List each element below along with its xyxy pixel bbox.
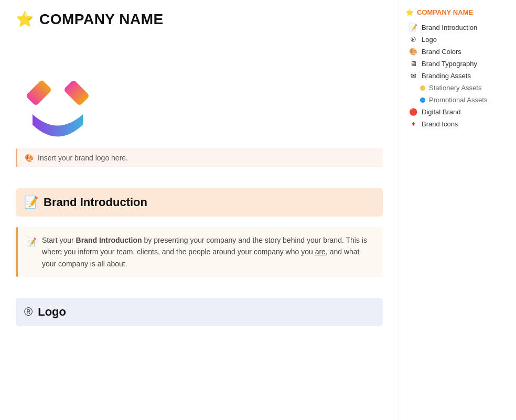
company-name-title: COMPANY NAME <box>39 11 164 28</box>
insert-logo-note: 🎨 Insert your brand logo here. <box>16 148 383 167</box>
brand-colors-nav-icon: 🎨 <box>408 48 418 56</box>
brand-colors-nav-label: Brand Colors <box>422 48 461 56</box>
branding-assets-nav-icon: ✉ <box>408 72 418 80</box>
brand-icons-nav-icon: ✦ <box>408 120 418 128</box>
promotional-assets-label: Promotional Assets <box>429 96 487 104</box>
logo-nav-icon: ® <box>408 36 418 44</box>
logo-section-title: Logo <box>38 305 66 319</box>
brand-intro-nav-icon: 📝 <box>408 24 418 31</box>
svg-rect-1 <box>63 80 90 106</box>
callout-icon: 📝 <box>26 235 37 249</box>
brand-intro-title: Brand Introduction <box>44 196 147 209</box>
svg-rect-0 <box>26 80 52 106</box>
page-title-area: ⭐ COMPANY NAME <box>16 10 383 28</box>
sidebar: ⭐ COMPANY NAME 📝 Brand Introduction ® Lo… <box>399 0 509 420</box>
sidebar-item-brand-icons[interactable]: ✦ Brand Icons <box>405 118 502 130</box>
brand-typography-nav-icon: 🖥 <box>408 60 418 68</box>
brand-intro-header: 📝 Brand Introduction <box>16 188 383 217</box>
stationery-dot-icon <box>420 85 425 91</box>
logo-svg <box>16 44 100 138</box>
stationery-assets-label: Stationery Assets <box>429 84 481 92</box>
sidebar-company[interactable]: ⭐ COMPANY NAME <box>405 8 502 16</box>
sidebar-star-icon: ⭐ <box>405 8 414 16</box>
logo-area <box>16 44 383 138</box>
branding-assets-nav-label: Branding Assets <box>422 72 471 80</box>
callout-text-bold: Brand Introduction <box>76 236 142 244</box>
brand-intro-nav-label: Brand Introduction <box>422 24 477 31</box>
sidebar-item-logo[interactable]: ® Logo <box>405 34 502 46</box>
sidebar-item-branding-assets[interactable]: ✉ Branding Assets <box>405 70 502 82</box>
brand-typography-nav-label: Brand Typography <box>422 60 477 68</box>
sidebar-item-brand-colors[interactable]: 🎨 Brand Colors <box>405 46 502 58</box>
sidebar-item-brand-introduction[interactable]: 📝 Brand Introduction <box>405 21 502 34</box>
sidebar-item-stationery-assets[interactable]: Stationery Assets <box>405 82 502 94</box>
sidebar-item-promotional-assets[interactable]: Promotional Assets <box>405 94 502 106</box>
logo-section-icon: ® <box>24 305 33 319</box>
sidebar-company-name: COMPANY NAME <box>417 8 473 16</box>
insert-logo-text: Insert your brand logo here. <box>38 154 128 162</box>
sidebar-item-brand-typography[interactable]: 🖥 Brand Typography <box>405 58 502 70</box>
main-content: ⭐ COMPANY NAME <box>0 0 399 420</box>
brand-intro-icon: 📝 <box>24 196 38 209</box>
logo-section-header: ® Logo <box>16 298 383 326</box>
digital-brand-nav-label: Digital Brand <box>422 108 460 116</box>
callout-text: Start your Brand Introduction by present… <box>42 234 374 270</box>
promotional-dot-icon <box>420 98 425 103</box>
brand-intro-callout: 📝 Start your Brand Introduction by prese… <box>16 227 383 277</box>
sidebar-item-digital-brand[interactable]: 🔴 Digital Brand <box>405 106 502 118</box>
digital-brand-nav-icon: 🔴 <box>408 108 418 116</box>
brand-icons-nav-label: Brand Icons <box>422 120 458 128</box>
star-icon: ⭐ <box>16 10 34 28</box>
logo-nav-label: Logo <box>422 36 437 44</box>
palette-icon: 🎨 <box>25 154 34 162</box>
callout-text-part1: Start your <box>42 236 76 244</box>
callout-text-link: are <box>315 247 326 256</box>
